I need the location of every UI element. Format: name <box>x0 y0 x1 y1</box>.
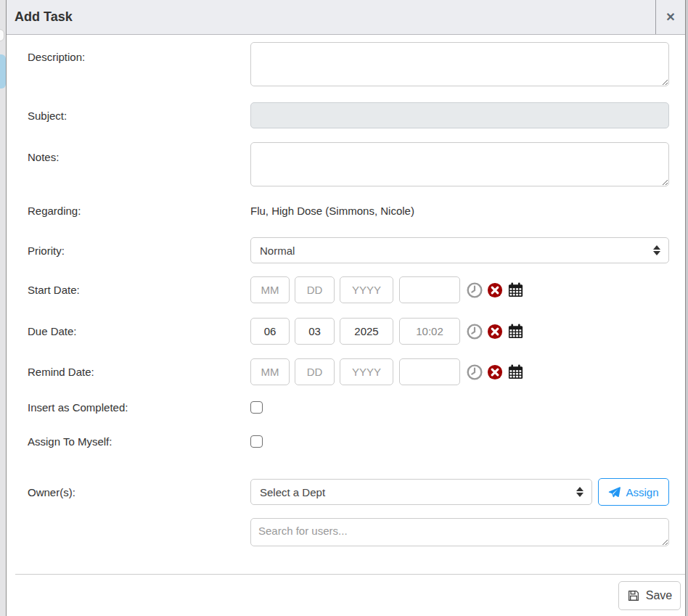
dept-selected-value: Select a Dept <box>260 486 325 498</box>
start-date-calendar-icon[interactable] <box>507 282 524 298</box>
due-date-month-input[interactable] <box>250 318 290 345</box>
subject-label: Subject: <box>28 110 250 122</box>
background-selected-item <box>0 54 6 89</box>
start-date-year-input[interactable] <box>340 276 393 303</box>
regarding-label: Regarding: <box>28 205 250 217</box>
assign-myself-row: Assign To Myself: <box>7 435 685 448</box>
background-page <box>0 0 6 616</box>
start-date-month-input[interactable] <box>250 276 290 303</box>
add-task-dialog: Add Task ✕ Description: Subject: Notes: … <box>6 0 686 616</box>
start-date-time-input[interactable] <box>399 276 460 303</box>
assign-myself-checkbox[interactable] <box>250 435 263 448</box>
due-date-clear-icon[interactable] <box>487 324 503 340</box>
remind-date-month-input[interactable] <box>250 358 290 385</box>
search-users-row <box>7 518 685 546</box>
owners-row: Owner(s): Select a Dept Assign <box>7 478 685 506</box>
select-arrows-icon <box>653 245 660 255</box>
remind-date-label: Remind Date: <box>28 366 250 378</box>
start-date-day-input[interactable] <box>295 276 335 303</box>
dialog-header: Add Task ✕ <box>7 0 685 35</box>
description-textarea[interactable] <box>250 42 669 86</box>
remind-date-time-input[interactable] <box>399 358 460 385</box>
description-label: Description: <box>28 42 250 63</box>
due-date-clock-icon[interactable] <box>467 324 483 340</box>
close-icon: ✕ <box>666 10 675 24</box>
subject-row: Subject: <box>7 102 685 128</box>
owners-label: Owner(s): <box>28 486 250 498</box>
subject-input <box>250 102 669 128</box>
due-date-row: Due Date: <box>7 318 685 345</box>
priority-row: Priority: Normal <box>7 237 685 263</box>
remind-date-clear-icon[interactable] <box>487 364 503 380</box>
save-button[interactable]: Save <box>618 581 681 610</box>
remind-date-clock-icon[interactable] <box>467 364 483 380</box>
priority-selected-value: Normal <box>260 245 295 257</box>
notes-textarea[interactable] <box>250 142 669 186</box>
start-date-label: Start Date: <box>28 284 250 296</box>
due-date-day-input[interactable] <box>295 318 335 345</box>
background-element <box>0 29 4 41</box>
close-button[interactable]: ✕ <box>655 0 685 34</box>
priority-select[interactable]: Normal <box>250 237 669 263</box>
floppy-disk-icon <box>627 589 640 602</box>
start-date-row: Start Date: <box>7 276 685 303</box>
due-date-year-input[interactable] <box>340 318 393 345</box>
select-arrows-icon <box>576 487 583 497</box>
notes-row: Notes: <box>7 142 685 186</box>
description-row: Description: <box>7 42 685 86</box>
priority-label: Priority: <box>28 245 250 257</box>
paper-plane-icon <box>608 486 621 498</box>
due-date-time-input[interactable] <box>399 318 460 345</box>
save-button-label: Save <box>646 589 672 602</box>
assign-button-label: Assign <box>626 486 658 498</box>
due-date-label: Due Date: <box>28 325 250 337</box>
insert-completed-row: Insert as Completed: <box>7 401 685 414</box>
start-date-clock-icon[interactable] <box>467 282 483 298</box>
assign-button[interactable]: Assign <box>598 478 669 506</box>
notes-label: Notes: <box>28 142 250 163</box>
regarding-value: Flu, High Dose (Simmons, Nicole) <box>250 205 414 217</box>
user-search-input[interactable] <box>250 518 669 546</box>
remind-date-year-input[interactable] <box>340 358 393 385</box>
regarding-row: Regarding: Flu, High Dose (Simmons, Nico… <box>7 205 685 217</box>
dialog-footer: Save <box>15 574 685 616</box>
start-date-clear-icon[interactable] <box>487 282 503 298</box>
assign-myself-label: Assign To Myself: <box>28 435 250 448</box>
dept-select[interactable]: Select a Dept <box>250 479 592 505</box>
dialog-body: Description: Subject: Notes: Regarding: … <box>7 35 685 574</box>
remind-date-calendar-icon[interactable] <box>507 364 524 380</box>
insert-completed-label: Insert as Completed: <box>28 401 250 414</box>
dialog-title: Add Task <box>7 9 655 25</box>
remind-date-row: Remind Date: <box>7 358 685 385</box>
insert-completed-checkbox[interactable] <box>250 401 263 414</box>
remind-date-day-input[interactable] <box>295 358 335 385</box>
due-date-calendar-icon[interactable] <box>507 323 524 340</box>
